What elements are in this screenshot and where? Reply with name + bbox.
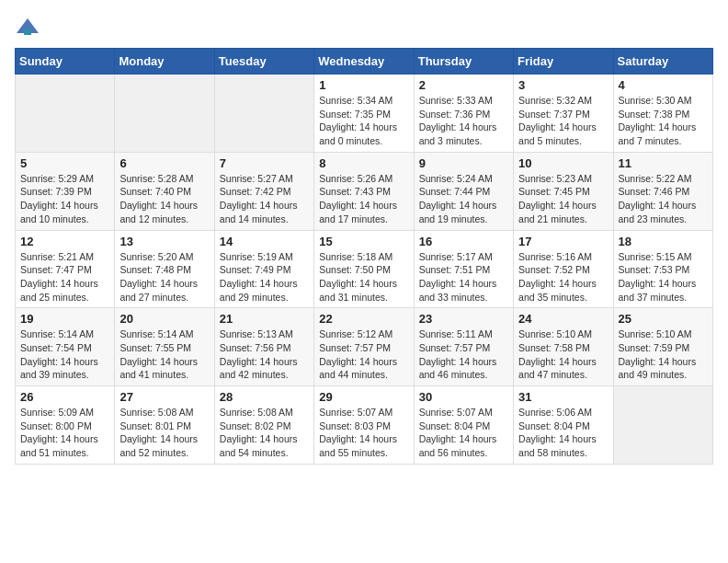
calendar-week-row: 1Sunrise: 5:34 AM Sunset: 7:35 PM Daylig… (16, 75, 713, 153)
day-number: 20 (119, 312, 209, 326)
day-number: 3 (518, 78, 608, 92)
day-info: Sunrise: 5:34 AM Sunset: 7:35 PM Dayligh… (319, 94, 408, 148)
day-number: 25 (619, 312, 708, 326)
calendar-cell: 19Sunrise: 5:14 AM Sunset: 7:54 PM Dayli… (16, 308, 115, 386)
calendar-cell: 24Sunrise: 5:10 AM Sunset: 7:58 PM Dayli… (514, 308, 613, 386)
calendar-header-row: SundayMondayTuesdayWednesdayThursdayFrid… (16, 49, 713, 75)
day-of-week-header: Thursday (414, 49, 513, 75)
calendar-cell: 20Sunrise: 5:14 AM Sunset: 7:55 PM Dayli… (115, 308, 214, 386)
day-of-week-header: Friday (514, 49, 613, 75)
day-number: 27 (119, 390, 209, 404)
day-number: 11 (619, 156, 708, 170)
day-number: 19 (20, 312, 109, 326)
calendar-cell: 25Sunrise: 5:10 AM Sunset: 7:59 PM Dayli… (613, 308, 712, 386)
day-info: Sunrise: 5:18 AM Sunset: 7:50 PM Dayligh… (319, 250, 408, 304)
calendar-cell: 7Sunrise: 5:27 AM Sunset: 7:42 PM Daylig… (214, 152, 313, 230)
day-info: Sunrise: 5:28 AM Sunset: 7:40 PM Dayligh… (119, 172, 209, 226)
calendar-cell: 2Sunrise: 5:33 AM Sunset: 7:36 PM Daylig… (414, 75, 513, 153)
day-info: Sunrise: 5:27 AM Sunset: 7:42 PM Dayligh… (220, 172, 309, 226)
day-info: Sunrise: 5:06 AM Sunset: 8:04 PM Dayligh… (518, 406, 608, 460)
day-info: Sunrise: 5:15 AM Sunset: 7:53 PM Dayligh… (619, 250, 708, 304)
day-number: 15 (319, 235, 408, 248)
logo-icon (15, 15, 40, 40)
day-info: Sunrise: 5:23 AM Sunset: 7:45 PM Dayligh… (518, 172, 608, 226)
day-number: 21 (220, 312, 309, 326)
day-info: Sunrise: 5:32 AM Sunset: 7:37 PM Dayligh… (518, 94, 608, 148)
day-info: Sunrise: 5:19 AM Sunset: 7:49 PM Dayligh… (220, 250, 309, 304)
day-of-week-header: Monday (115, 49, 214, 75)
calendar-cell: 16Sunrise: 5:17 AM Sunset: 7:51 PM Dayli… (414, 230, 513, 308)
calendar-cell: 29Sunrise: 5:07 AM Sunset: 8:03 PM Dayli… (314, 386, 414, 465)
calendar-cell: 26Sunrise: 5:09 AM Sunset: 8:00 PM Dayli… (16, 386, 115, 465)
calendar-week-row: 5Sunrise: 5:29 AM Sunset: 7:39 PM Daylig… (16, 152, 713, 230)
calendar-week-row: 26Sunrise: 5:09 AM Sunset: 8:00 PM Dayli… (16, 386, 713, 465)
calendar-cell: 15Sunrise: 5:18 AM Sunset: 7:50 PM Dayli… (314, 230, 414, 308)
calendar-cell: 13Sunrise: 5:20 AM Sunset: 7:48 PM Dayli… (115, 230, 214, 308)
calendar-cell: 6Sunrise: 5:28 AM Sunset: 7:40 PM Daylig… (115, 152, 214, 230)
calendar-week-row: 12Sunrise: 5:21 AM Sunset: 7:47 PM Dayli… (16, 230, 713, 308)
calendar-cell: 21Sunrise: 5:13 AM Sunset: 7:56 PM Dayli… (214, 308, 313, 386)
day-number: 4 (619, 78, 708, 92)
calendar-cell: 17Sunrise: 5:16 AM Sunset: 7:52 PM Dayli… (514, 230, 613, 308)
day-number: 31 (518, 390, 608, 404)
day-of-week-header: Sunday (16, 49, 115, 75)
svg-rect-2 (24, 29, 31, 35)
day-number: 28 (220, 390, 309, 404)
calendar-week-row: 19Sunrise: 5:14 AM Sunset: 7:54 PM Dayli… (16, 308, 713, 386)
calendar-cell: 10Sunrise: 5:23 AM Sunset: 7:45 PM Dayli… (514, 152, 613, 230)
day-info: Sunrise: 5:07 AM Sunset: 8:03 PM Dayligh… (319, 406, 408, 460)
day-number: 23 (419, 312, 508, 326)
calendar-cell (115, 75, 214, 153)
logo (15, 15, 44, 40)
day-of-week-header: Tuesday (214, 49, 313, 75)
day-info: Sunrise: 5:29 AM Sunset: 7:39 PM Dayligh… (20, 172, 109, 226)
day-info: Sunrise: 5:10 AM Sunset: 7:58 PM Dayligh… (518, 327, 608, 382)
day-number: 29 (319, 390, 408, 404)
day-number: 1 (319, 78, 408, 92)
day-number: 8 (319, 156, 408, 170)
calendar-cell (16, 75, 115, 153)
day-info: Sunrise: 5:24 AM Sunset: 7:44 PM Dayligh… (419, 172, 508, 226)
day-info: Sunrise: 5:13 AM Sunset: 7:56 PM Dayligh… (220, 327, 309, 382)
day-info: Sunrise: 5:14 AM Sunset: 7:54 PM Dayligh… (20, 327, 109, 382)
calendar-cell (613, 386, 712, 465)
day-number: 6 (119, 156, 209, 170)
day-number: 5 (20, 156, 109, 170)
calendar-cell: 4Sunrise: 5:30 AM Sunset: 7:38 PM Daylig… (613, 75, 712, 153)
calendar-cell: 1Sunrise: 5:34 AM Sunset: 7:35 PM Daylig… (314, 75, 414, 153)
calendar-cell: 31Sunrise: 5:06 AM Sunset: 8:04 PM Dayli… (514, 386, 613, 465)
calendar: SundayMondayTuesdayWednesdayThursdayFrid… (15, 48, 713, 465)
day-info: Sunrise: 5:07 AM Sunset: 8:04 PM Dayligh… (419, 406, 508, 460)
calendar-cell: 18Sunrise: 5:15 AM Sunset: 7:53 PM Dayli… (613, 230, 712, 308)
calendar-cell: 30Sunrise: 5:07 AM Sunset: 8:04 PM Dayli… (414, 386, 513, 465)
day-number: 22 (319, 312, 408, 326)
calendar-cell: 14Sunrise: 5:19 AM Sunset: 7:49 PM Dayli… (214, 230, 313, 308)
day-number: 18 (619, 235, 708, 248)
calendar-cell: 12Sunrise: 5:21 AM Sunset: 7:47 PM Dayli… (16, 230, 115, 308)
day-number: 13 (119, 235, 209, 248)
day-number: 7 (220, 156, 309, 170)
day-info: Sunrise: 5:10 AM Sunset: 7:59 PM Dayligh… (619, 327, 708, 382)
calendar-cell: 3Sunrise: 5:32 AM Sunset: 7:37 PM Daylig… (514, 75, 613, 153)
calendar-cell: 9Sunrise: 5:24 AM Sunset: 7:44 PM Daylig… (414, 152, 513, 230)
day-number: 9 (419, 156, 508, 170)
day-number: 24 (518, 312, 608, 326)
day-info: Sunrise: 5:08 AM Sunset: 8:02 PM Dayligh… (220, 406, 309, 460)
day-of-week-header: Saturday (613, 49, 712, 75)
day-number: 26 (20, 390, 109, 404)
day-info: Sunrise: 5:08 AM Sunset: 8:01 PM Dayligh… (119, 406, 209, 460)
day-number: 12 (20, 235, 109, 248)
day-number: 10 (518, 156, 608, 170)
day-of-week-header: Wednesday (314, 49, 414, 75)
day-info: Sunrise: 5:14 AM Sunset: 7:55 PM Dayligh… (119, 327, 209, 382)
calendar-cell: 27Sunrise: 5:08 AM Sunset: 8:01 PM Dayli… (115, 386, 214, 465)
day-info: Sunrise: 5:30 AM Sunset: 7:38 PM Dayligh… (619, 94, 708, 148)
day-info: Sunrise: 5:20 AM Sunset: 7:48 PM Dayligh… (119, 250, 209, 304)
day-number: 16 (419, 235, 508, 248)
day-info: Sunrise: 5:12 AM Sunset: 7:57 PM Dayligh… (319, 327, 408, 382)
day-number: 2 (419, 78, 508, 92)
calendar-cell: 23Sunrise: 5:11 AM Sunset: 7:57 PM Dayli… (414, 308, 513, 386)
day-number: 17 (518, 235, 608, 248)
day-info: Sunrise: 5:22 AM Sunset: 7:46 PM Dayligh… (619, 172, 708, 226)
day-info: Sunrise: 5:17 AM Sunset: 7:51 PM Dayligh… (419, 250, 508, 304)
